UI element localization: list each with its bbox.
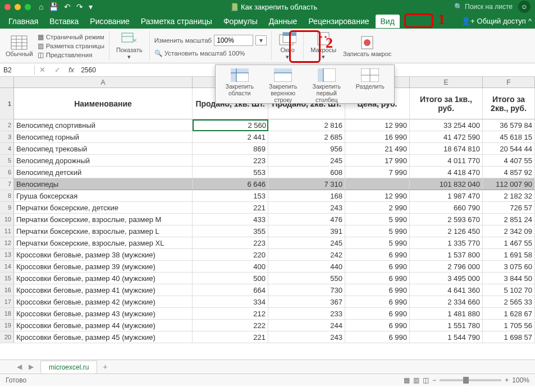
cell[interactable]: 367 bbox=[268, 296, 345, 308]
cell[interactable]: 2 182 32 bbox=[483, 190, 535, 202]
cell[interactable]: 2 560 bbox=[193, 119, 268, 131]
cell[interactable]: 1 481 880 bbox=[410, 308, 483, 320]
ribbon-tab-рецензирование[interactable]: Рецензирование bbox=[303, 15, 374, 28]
cell[interactable]: 5 990 bbox=[345, 214, 410, 225]
row-header[interactable]: 12 bbox=[0, 237, 14, 249]
ribbon-tab-главная[interactable]: Главная bbox=[3, 15, 43, 28]
cell[interactable]: 2 990 bbox=[345, 202, 410, 214]
cell[interactable]: Перчатки боксерские, взрослые, размер M bbox=[14, 214, 193, 225]
cell[interactable]: 1 335 770 bbox=[410, 237, 483, 249]
cell[interactable]: 101 832 040 bbox=[410, 178, 483, 190]
cell[interactable]: 41 472 590 bbox=[410, 131, 483, 143]
ribbon-tab-разметка страницы[interactable]: Разметка страницы bbox=[136, 15, 217, 28]
cell[interactable]: 5 990 bbox=[345, 237, 410, 249]
cell[interactable]: 3 495 000 bbox=[410, 273, 483, 284]
cell[interactable]: 33 254 400 bbox=[410, 119, 483, 131]
view-layout-icon[interactable]: ▥ bbox=[413, 376, 419, 384]
share-button[interactable]: 👤+ Общий доступ ^ bbox=[461, 17, 532, 25]
maximize-icon[interactable] bbox=[25, 4, 31, 10]
cell[interactable]: 18 674 810 bbox=[410, 143, 483, 155]
cell[interactable]: 21 490 bbox=[345, 143, 410, 155]
cell[interactable]: Перчатки боксерские, детские bbox=[14, 202, 193, 214]
cell[interactable]: 12 990 bbox=[345, 119, 410, 131]
cell[interactable]: 4 407 55 bbox=[483, 155, 535, 167]
ribbon-tab-формулы[interactable]: Формулы bbox=[218, 15, 263, 28]
cell[interactable]: 6 990 bbox=[345, 261, 410, 273]
cell[interactable]: 2 685 bbox=[268, 131, 345, 143]
cell[interactable]: 730 bbox=[268, 284, 345, 296]
window-button[interactable]: Окно ▾ bbox=[276, 30, 299, 62]
cell[interactable]: 112 007 90 bbox=[483, 178, 535, 190]
save-icon[interactable]: 💾 bbox=[49, 2, 58, 11]
home-icon[interactable]: ⌂ bbox=[39, 2, 43, 11]
cell[interactable]: 212 bbox=[193, 308, 268, 320]
cell[interactable]: 6 990 bbox=[345, 273, 410, 284]
normal-view-button[interactable]: Обычный bbox=[3, 34, 35, 58]
cell[interactable]: 223 bbox=[193, 237, 268, 249]
cell[interactable]: 220 bbox=[193, 249, 268, 261]
cell[interactable]: Перчатки боксерские, взрослые, размер XL bbox=[14, 237, 193, 249]
split-button[interactable]: Разделить bbox=[349, 67, 392, 101]
cell[interactable]: 221 bbox=[193, 202, 268, 214]
add-sheet-button[interactable]: + bbox=[103, 362, 107, 371]
cell[interactable]: 608 bbox=[268, 167, 345, 178]
cell[interactable]: 400 bbox=[193, 261, 268, 273]
search-box[interactable]: 🔍 Поиск на листе bbox=[454, 3, 513, 11]
cell[interactable]: 6 990 bbox=[345, 308, 410, 320]
cell[interactable]: 1 544 790 bbox=[410, 331, 483, 343]
fx-icon[interactable]: fx bbox=[65, 66, 77, 74]
select-all-corner[interactable] bbox=[0, 77, 14, 87]
redo-icon[interactable]: ↷ bbox=[76, 2, 83, 11]
cell[interactable]: 6 646 bbox=[193, 178, 268, 190]
row-header[interactable]: 14 bbox=[0, 261, 14, 273]
cell[interactable]: 5 990 bbox=[345, 225, 410, 237]
cell[interactable]: 233 bbox=[268, 308, 345, 320]
cell[interactable]: 476 bbox=[268, 214, 345, 225]
row-header[interactable]: 2 bbox=[0, 119, 14, 131]
row-header[interactable]: 5 bbox=[0, 155, 14, 167]
cell[interactable]: Кроссовки беговые, размер 44 (мужские) bbox=[14, 320, 193, 331]
cell[interactable]: 1 467 55 bbox=[483, 237, 535, 249]
cell[interactable] bbox=[345, 178, 410, 190]
cell[interactable]: 3 075 60 bbox=[483, 261, 535, 273]
enter-icon[interactable]: ✓ bbox=[50, 66, 65, 74]
cell[interactable]: 6 990 bbox=[345, 249, 410, 261]
cell[interactable]: 3 844 50 bbox=[483, 273, 535, 284]
undo-icon[interactable]: ↶ bbox=[64, 2, 71, 11]
close-icon[interactable] bbox=[4, 4, 11, 10]
cell[interactable]: 433 bbox=[193, 214, 268, 225]
user-avatar[interactable]: ☺ bbox=[518, 1, 531, 13]
row-header[interactable]: 20 bbox=[0, 331, 14, 343]
cell[interactable]: 1 551 780 bbox=[410, 320, 483, 331]
cell[interactable]: 243 bbox=[268, 331, 345, 343]
col-header[interactable]: A bbox=[14, 77, 193, 87]
header-cell[interactable]: Итого за 2кв., руб. bbox=[483, 88, 535, 119]
col-header[interactable]: F bbox=[483, 77, 535, 87]
freeze-panes-button[interactable]: Закрепить области bbox=[218, 67, 262, 101]
zoom-percent[interactable]: 100% bbox=[512, 376, 529, 384]
cell[interactable]: 245 bbox=[268, 155, 345, 167]
macros-button[interactable]: Макросы ▾ bbox=[308, 30, 339, 62]
cell[interactable]: 2 126 450 bbox=[410, 225, 483, 237]
cell[interactable]: Велосипеды bbox=[14, 178, 193, 190]
cell[interactable]: 1 628 67 bbox=[483, 308, 535, 320]
cell[interactable]: 440 bbox=[268, 261, 345, 273]
minimize-icon[interactable] bbox=[15, 4, 21, 10]
cell[interactable]: 4 011 770 bbox=[410, 155, 483, 167]
cell[interactable]: 553 bbox=[193, 167, 268, 178]
row-header[interactable]: 4 bbox=[0, 143, 14, 155]
cell[interactable]: 16 990 bbox=[345, 131, 410, 143]
cell[interactable]: Кроссовки беговые, размер 45 (мужские) bbox=[14, 331, 193, 343]
cell[interactable]: Кроссовки беговые, размер 38 (мужские) bbox=[14, 249, 193, 261]
cell[interactable]: 2 334 660 bbox=[410, 296, 483, 308]
cell[interactable]: 7 310 bbox=[268, 178, 345, 190]
cell[interactable]: 4 641 360 bbox=[410, 284, 483, 296]
zoom-input[interactable] bbox=[214, 35, 253, 46]
cell[interactable]: 36 579 84 bbox=[483, 119, 535, 131]
cell[interactable]: 500 bbox=[193, 273, 268, 284]
header-cell[interactable]: Итого за 1кв., руб. bbox=[410, 88, 483, 119]
cell[interactable]: 6 990 bbox=[345, 331, 410, 343]
cell[interactable]: 243 bbox=[268, 202, 345, 214]
cell[interactable]: Кроссовки беговые, размер 43 (мужские) bbox=[14, 308, 193, 320]
name-box[interactable]: B2 bbox=[0, 65, 35, 75]
